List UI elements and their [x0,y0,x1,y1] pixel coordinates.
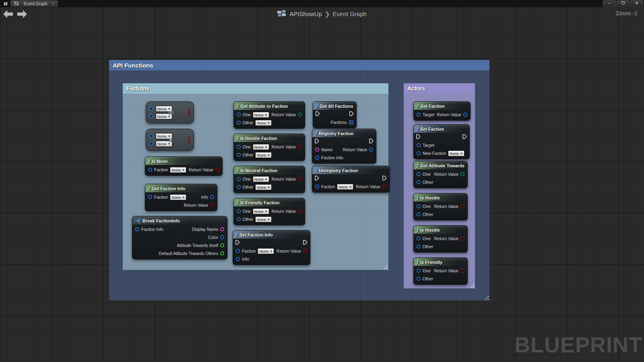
node-get-attitude-towards[interactable]: ƒGet Attitude TowardsOneReturn ValueOthe… [413,161,468,188]
node-get-faction-header[interactable]: ƒGet Faction [414,102,470,110]
output-return-value-pin[interactable] [463,113,467,117]
faction-dropdown[interactable]: None▼ [170,194,186,200]
exec-in-pin[interactable] [416,134,421,139]
comment-actors-header[interactable]: Actors [404,83,475,94]
input-pin[interactable] [149,142,153,146]
node-is-none-header[interactable]: ƒIs None [145,157,222,165]
node-equal-faction[interactable]: None▼None▼== [146,101,194,123]
one-dropdown[interactable]: None▼ [253,208,269,214]
node-set-faction-info[interactable]: ƒSet Faction InfoFactionNone▼Return Valu… [233,230,310,265]
input-faction-pin[interactable] [315,185,319,189]
output-return-value-pin[interactable] [298,209,302,213]
faction-dropdown[interactable]: None▼ [258,248,274,254]
input-faction-pin[interactable] [148,168,152,172]
input-other-pin[interactable] [417,245,421,249]
output-return-value-pin[interactable] [298,113,302,117]
exec-in-pin[interactable] [316,111,320,116]
node-set-faction-header[interactable]: ƒSet Faction [414,125,469,133]
input-pin[interactable] [149,114,153,118]
output-return-value-pin[interactable] [460,204,464,208]
node-registry-faction-header[interactable]: ƒRegistry Faction [312,129,376,137]
input-other-pin[interactable] [417,212,421,216]
other-dropdown[interactable]: None▼ [255,152,272,158]
output-return-value-pin[interactable] [460,269,464,273]
graph-canvas[interactable]: APIShowUp❯Event Graph Zoom -1 BLUEPRINT … [0,7,644,362]
node-get-faction[interactable]: ƒGet FactionTargetReturn Value [413,101,471,121]
output-return-value-pin[interactable] [460,172,464,176]
tab-close-icon[interactable]: × [52,2,54,6]
input-name-pin[interactable] [315,148,319,152]
node-get-all-factions-header[interactable]: ƒGet All Factions [313,102,356,110]
input-one-pin[interactable] [417,172,421,176]
input-one-pin[interactable] [417,204,421,208]
node-get-faction-info-header[interactable]: ƒGet Faction Info [145,184,217,192]
exec-out-pin[interactable] [382,175,387,181]
output-return-value-pin[interactable] [382,185,386,189]
input-other-pin[interactable] [237,217,241,221]
input-new-faction-pin[interactable] [417,151,421,155]
other-dropdown[interactable]: None▼ [255,184,272,190]
output-info-pin[interactable] [210,195,214,199]
exec-out-pin[interactable] [369,138,374,144]
input-one-pin[interactable] [237,177,241,181]
input-faction-info-pin[interactable] [315,156,319,160]
node-is-hostile-1[interactable]: ƒIs HostileOneReturn ValueOther [413,193,468,220]
output-return-value-pin[interactable] [298,177,302,181]
breadcrumb-page[interactable]: Event Graph [333,10,367,17]
output-default-attitude-towards-others-pin[interactable] [220,251,224,255]
output-return-value-pin[interactable] [460,237,464,241]
restore-button[interactable]: ❐ [617,0,630,7]
node-get-attitude-to-faction[interactable]: ƒGet Attitude to FactionOneNone▼Return V… [233,101,305,129]
node-set-faction[interactable]: ƒSet FactionTargetNew FactionNone▼ [413,124,470,159]
comment-factions-header[interactable]: Factions [123,83,388,94]
input-target-pin[interactable] [417,143,421,147]
input-other-pin[interactable] [417,180,421,184]
input-faction-pin[interactable] [236,249,240,253]
one-dropdown[interactable]: None▼ [253,176,269,182]
other-dropdown[interactable]: None▼ [255,120,272,126]
minimize-button[interactable]: − [603,0,616,7]
input-faction-info-pin[interactable] [135,227,139,231]
node-is-none[interactable]: ƒIs NoneFactionNone▼Return Value [145,156,223,176]
output-pin[interactable] [188,136,190,144]
breadcrumb-asset[interactable]: APIShowUp [289,10,322,17]
one-dropdown[interactable]: None▼ [253,112,269,118]
output-attitude-towards-itself-pin[interactable] [220,243,224,247]
node-is-friendly[interactable]: ƒIs FriendlyOneReturn ValueOther [413,257,468,285]
node-is-hostile-2[interactable]: ƒIs HostileOneReturn ValueOther [413,225,468,253]
output-display-name-pin[interactable] [220,227,224,231]
node-set-faction-info-header[interactable]: ƒSet Faction Info [233,230,310,239]
output-pin[interactable] [188,108,190,117]
one-dropdown[interactable]: None▼ [253,144,269,150]
node-get-attitude-towards-header[interactable]: ƒGet Attitude Towards [414,161,467,169]
output-color-pin[interactable] [220,235,224,239]
faction-dropdown[interactable]: None▼ [337,184,353,190]
input-one-pin[interactable] [237,113,241,117]
comment-api-functions-header[interactable]: API Functions [109,60,489,70]
exec-in-pin[interactable] [315,175,319,181]
output-return-value-pin[interactable] [298,145,302,149]
node-is-friendly-faction-header[interactable]: ƒIs Friendly Faction [234,198,305,206]
node-registry-faction[interactable]: ƒRegistry FactionNameReturn ValueFaction… [312,129,376,164]
exec-out-pin[interactable] [303,240,308,245]
input-pin[interactable] [149,134,153,138]
output-return-value-pin[interactable] [215,168,219,172]
input-info-pin[interactable] [236,257,240,261]
input-one-pin[interactable] [237,145,241,149]
node-notequal-faction[interactable]: None▼None▼≠ [146,129,194,151]
output-return-value-pin[interactable] [369,148,373,152]
close-button[interactable]: ✕ [630,0,643,7]
node-is-neutral-faction[interactable]: ƒIs Neutral FactionOneNone▼Return ValueO… [233,166,305,193]
node-get-faction-info[interactable]: ƒGet Faction InfoFactionNone▼InfoReturn … [145,184,217,211]
node-is-hostile-1-header[interactable]: ƒIs Hostile [414,193,467,202]
new-faction-dropdown[interactable]: None▼ [448,150,464,156]
node-unregistry-faction[interactable]: ƒUnregistry FactionFactionNone▼Return Va… [312,166,390,193]
input-pin[interactable] [149,107,153,111]
exec-in-pin[interactable] [235,240,240,245]
node-is-hostile-faction[interactable]: ƒIs Hostile FactionOneNone▼Return ValueO… [233,134,305,161]
output-factions-array-pin[interactable] [349,120,353,125]
tab-event-graph[interactable]: Event Graph × [10,0,58,7]
node-is-hostile-2-header[interactable]: ƒIs Hostile [414,226,467,234]
node-get-all-factions[interactable]: ƒGet All FactionsFactions [313,101,357,128]
input-faction-pin[interactable] [148,195,152,199]
